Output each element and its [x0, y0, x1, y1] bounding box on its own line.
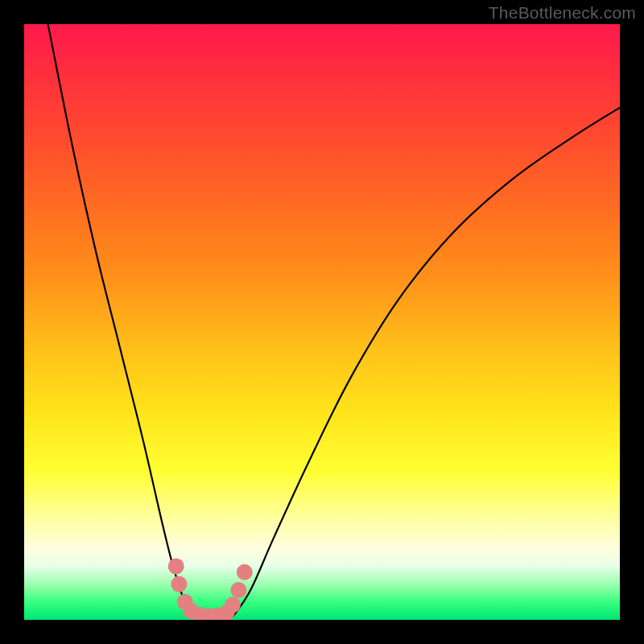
valley-dot — [225, 597, 241, 613]
chart-frame: TheBottleneck.com — [0, 0, 644, 644]
valley-dot — [230, 582, 246, 598]
left-curve — [48, 24, 197, 617]
right-curve — [233, 108, 620, 617]
watermark-text: TheBottleneck.com — [489, 3, 636, 23]
valley-dot — [237, 564, 253, 580]
plot-area — [24, 24, 620, 620]
valley-dots — [168, 558, 253, 620]
curve-layer — [24, 24, 620, 620]
valley-dot — [168, 558, 184, 574]
valley-dot — [171, 576, 187, 592]
